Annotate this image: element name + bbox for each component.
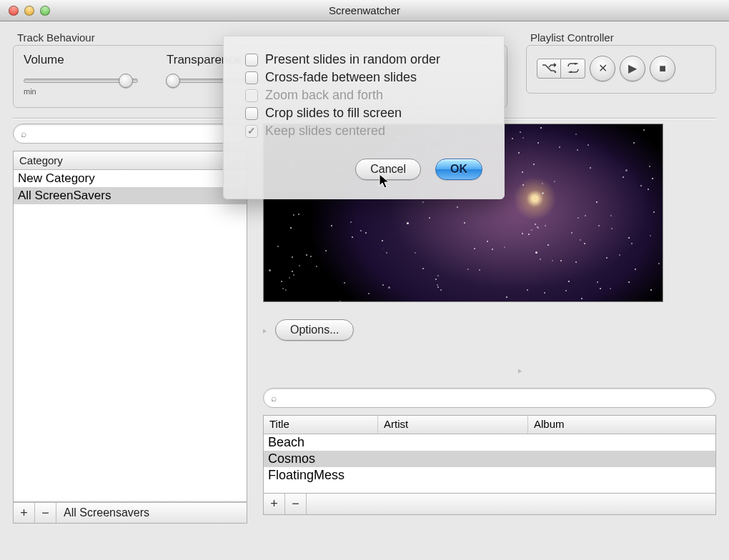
volume-label: Volume xyxy=(24,53,64,67)
checkbox-icon[interactable] xyxy=(245,54,258,66)
checkbox-icon xyxy=(245,125,258,138)
search-icon: ⌕ xyxy=(271,392,277,404)
tracks-col-artist[interactable]: Artist xyxy=(378,416,528,434)
tracks-bottom-bar: + − xyxy=(263,494,716,515)
play-icon: ▶ xyxy=(628,63,637,74)
remove-category-button[interactable]: − xyxy=(35,503,56,523)
window-title: Screenwatcher xyxy=(0,4,729,16)
checkbox-icon[interactable] xyxy=(245,107,258,120)
volume-slider[interactable] xyxy=(24,79,138,83)
cancel-button[interactable]: Cancel xyxy=(355,159,421,180)
track-row[interactable]: Beach xyxy=(264,434,715,451)
playlist-controller-label: Playlist Controller xyxy=(526,31,716,44)
dialog-option: Keep slides centered xyxy=(245,124,482,139)
repeat-button[interactable] xyxy=(561,59,585,79)
dialog-option-label: Present slides in random order xyxy=(265,52,440,67)
shuffle-icon xyxy=(542,63,556,75)
title-bar: Screenwatcher xyxy=(0,0,729,21)
dialog-option: Zoom back and forth xyxy=(245,88,482,103)
dialog-option[interactable]: Present slides in random order xyxy=(245,52,482,67)
disclosure-icon-2[interactable]: ▸ xyxy=(518,365,522,375)
remove-track-button[interactable]: − xyxy=(285,494,307,514)
dialog-option[interactable]: Crop slides to fill screen xyxy=(245,106,482,121)
dialog-option-label: Zoom back and forth xyxy=(265,88,383,103)
category-bottom-label: All Screensavers xyxy=(56,506,157,519)
add-track-button[interactable]: + xyxy=(264,494,285,514)
add-category-button[interactable]: + xyxy=(14,503,35,523)
track-row[interactable]: FloatingMess xyxy=(264,467,715,484)
options-button[interactable]: Options... xyxy=(275,319,354,341)
disclosure-icon[interactable]: ▸ xyxy=(263,325,267,335)
dialog-option-label: Cross-fade between slides xyxy=(265,70,417,85)
tracks-col-title[interactable]: Title xyxy=(264,416,378,434)
track-row[interactable]: Cosmos xyxy=(264,451,715,467)
dialog-option[interactable]: Cross-fade between slides xyxy=(245,70,482,85)
checkbox-icon[interactable] xyxy=(245,71,258,84)
remove-playlist-button[interactable]: ✕ xyxy=(590,56,615,81)
close-icon: ✕ xyxy=(598,63,608,74)
ok-button[interactable]: OK xyxy=(435,159,482,180)
checkbox-icon xyxy=(245,89,258,102)
shuffle-repeat-segment xyxy=(537,59,585,79)
category-row[interactable]: All ScreenSavers xyxy=(14,187,247,204)
dialog-option-label: Crop slides to fill screen xyxy=(265,106,402,121)
category-bottom-bar: + − All Screensavers xyxy=(13,502,247,524)
stop-button[interactable]: ■ xyxy=(650,56,675,81)
category-row[interactable]: New Category xyxy=(14,170,247,187)
category-list: Category New CategoryAll ScreenSavers xyxy=(13,151,247,502)
playlist-controller-group: ✕ ▶ ■ xyxy=(526,45,716,94)
category-list-header[interactable]: Category xyxy=(14,151,247,170)
play-button[interactable]: ▶ xyxy=(620,56,645,81)
repeat-icon xyxy=(565,63,581,75)
category-search-input[interactable] xyxy=(31,128,239,139)
tracks-search[interactable]: ⌕ xyxy=(263,388,716,408)
search-icon: ⌕ xyxy=(21,128,26,139)
tracks-search-input[interactable] xyxy=(281,392,708,404)
options-dialog: Present slides in random orderCross-fade… xyxy=(223,36,505,199)
category-search[interactable]: ⌕ xyxy=(13,124,247,144)
stop-icon: ■ xyxy=(659,63,666,74)
volume-min-label: min xyxy=(24,87,36,96)
dialog-option-label: Keep slides centered xyxy=(265,124,385,139)
shuffle-button[interactable] xyxy=(537,59,561,79)
tracks-col-album[interactable]: Album xyxy=(528,416,715,434)
tracks-table: Title Artist Album BeachCosmosFloatingMe… xyxy=(263,415,716,494)
